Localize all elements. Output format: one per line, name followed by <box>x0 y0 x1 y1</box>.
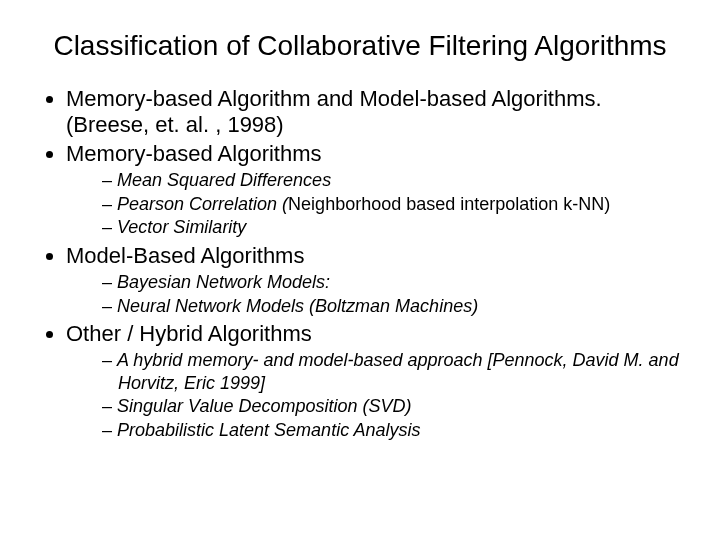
sub-text-roman: Neighborhood based interpolation k-NN) <box>288 194 610 214</box>
sub-item: Singular Value Decomposition (SVD) <box>102 395 690 418</box>
sub-item: Mean Squared Differences <box>102 169 690 192</box>
sub-text: Probabilistic Latent Semantic Analysis <box>117 420 420 440</box>
bullet-memory-model-intro: Memory-based Algorithm and Model-based A… <box>66 86 690 139</box>
sub-item: Vector Similarity <box>102 216 690 239</box>
bullet-model-based: Model-Based Algorithms Bayesian Network … <box>66 243 690 317</box>
sub-text: Vector Similarity <box>117 217 246 237</box>
bullet-text: Model-Based Algorithms <box>66 243 304 268</box>
bullet-text: Memory-based Algorithm and Model-based A… <box>66 86 602 111</box>
sub-item: A hybrid memory- and model-based approac… <box>102 349 690 394</box>
sub-item: Probabilistic Latent Semantic Analysis <box>102 419 690 442</box>
sub-list: Mean Squared Differences Pearson Correla… <box>66 169 690 239</box>
bullet-list: Memory-based Algorithm and Model-based A… <box>30 86 690 441</box>
sub-text: A hybrid memory- and model-based approac… <box>117 350 679 393</box>
sub-item: Bayesian Network Models: <box>102 271 690 294</box>
sub-list: A hybrid memory- and model-based approac… <box>66 349 690 441</box>
sub-text: Singular Value Decomposition (SVD) <box>117 396 411 416</box>
bullet-text: Other / Hybrid Algorithms <box>66 321 312 346</box>
bullet-text: Memory-based Algorithms <box>66 141 322 166</box>
sub-item: Neural Network Models (Boltzman Machines… <box>102 295 690 318</box>
sub-text: Mean Squared Differences <box>117 170 331 190</box>
slide: Classification of Collaborative Filterin… <box>0 0 720 540</box>
sub-text: Pearson Correlation ( <box>117 194 288 214</box>
bullet-memory-based: Memory-based Algorithms Mean Squared Dif… <box>66 141 690 239</box>
sub-item: Pearson Correlation (Neighborhood based … <box>102 193 690 216</box>
slide-title: Classification of Collaborative Filterin… <box>30 30 690 62</box>
sub-text: Neural Network Models (Boltzman Machines… <box>117 296 478 316</box>
sub-text: Bayesian Network Models: <box>117 272 330 292</box>
bullet-citation: (Breese, et. al. , 1998) <box>66 112 284 137</box>
sub-list: Bayesian Network Models: Neural Network … <box>66 271 690 317</box>
bullet-other-hybrid: Other / Hybrid Algorithms A hybrid memor… <box>66 321 690 441</box>
